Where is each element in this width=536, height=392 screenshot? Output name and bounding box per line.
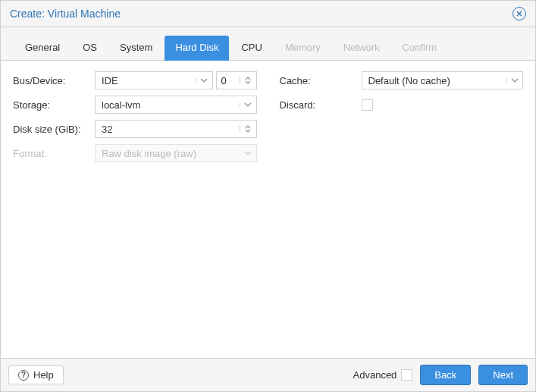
format-value: Raw disk image (raw) (96, 148, 240, 159)
cache-combo[interactable]: Default (No cache) (362, 71, 524, 89)
advanced-checkbox[interactable] (401, 369, 412, 381)
help-icon: ? (18, 370, 29, 381)
footer-right: Advanced Back Next (353, 365, 528, 385)
chevron-down-icon[interactable] (196, 78, 212, 83)
tab-network: Network (333, 36, 390, 61)
cache-value: Default (No cache) (362, 75, 506, 86)
next-button[interactable]: Next (478, 365, 528, 385)
tab-confirm: Confirm (392, 36, 448, 61)
advanced-label: Advanced (353, 369, 397, 381)
storage-value: local-lvm (96, 99, 240, 111)
cache-label: Cache: (280, 75, 362, 86)
format-label: Format: (13, 148, 95, 159)
chevron-down-icon[interactable] (506, 78, 522, 83)
disk-size-spinner[interactable]: 32 (95, 120, 257, 138)
titlebar: Create: Virtual Machine (1, 1, 535, 27)
close-icon (516, 11, 522, 17)
close-button[interactable] (512, 7, 526, 20)
discard-checkbox[interactable] (362, 99, 373, 111)
device-value: 0 (217, 75, 240, 86)
right-column: Cache: Default (No cache) Discard: (280, 71, 524, 347)
chevron-down-icon (240, 151, 256, 155)
bus-combo[interactable]: IDE (95, 71, 213, 89)
row-cache: Cache: Default (No cache) (280, 71, 524, 89)
help-label: Help (33, 369, 54, 381)
discard-label: Discard: (280, 99, 362, 111)
spinner-buttons-icon[interactable] (240, 125, 256, 133)
bus-device-field: IDE 0 (95, 71, 257, 89)
left-column: Bus/Device: IDE 0 (13, 71, 257, 347)
format-combo: Raw disk image (raw) (95, 144, 257, 162)
bus-device-label: Bus/Device: (13, 75, 95, 86)
disk-size-value: 32 (96, 124, 240, 135)
spinner-buttons-icon[interactable] (240, 77, 256, 84)
row-bus-device: Bus/Device: IDE 0 (13, 71, 257, 89)
tab-general[interactable]: General (14, 36, 71, 61)
row-disk-size: Disk size (GiB): 32 (13, 120, 257, 138)
row-storage: Storage: local-lvm (13, 96, 257, 114)
back-button[interactable]: Back (420, 365, 471, 385)
tab-cpu[interactable]: CPU (230, 36, 272, 61)
device-spinner[interactable]: 0 (216, 71, 257, 89)
row-format: Format: Raw disk image (raw) (13, 144, 257, 162)
disk-size-label: Disk size (GiB): (13, 124, 95, 135)
row-discard: Discard: (280, 96, 524, 114)
footer: ? Help Advanced Back Next (1, 358, 535, 391)
tab-memory: Memory (274, 36, 331, 61)
storage-combo[interactable]: local-lvm (95, 96, 257, 114)
storage-label: Storage: (13, 99, 95, 111)
tab-system[interactable]: System (109, 36, 163, 61)
tab-hard-disk[interactable]: Hard Disk (165, 36, 229, 61)
create-vm-dialog: Create: Virtual Machine General OS Syste… (0, 0, 536, 392)
help-button[interactable]: ? Help (8, 365, 64, 384)
dialog-title: Create: Virtual Machine (10, 8, 121, 20)
tab-strip: General OS System Hard Disk CPU Memory N… (1, 27, 535, 61)
advanced-toggle[interactable]: Advanced (353, 369, 413, 381)
tab-os[interactable]: OS (72, 36, 108, 61)
bus-value: IDE (96, 75, 196, 86)
tab-body: Bus/Device: IDE 0 (1, 61, 535, 358)
chevron-down-icon[interactable] (240, 102, 256, 107)
